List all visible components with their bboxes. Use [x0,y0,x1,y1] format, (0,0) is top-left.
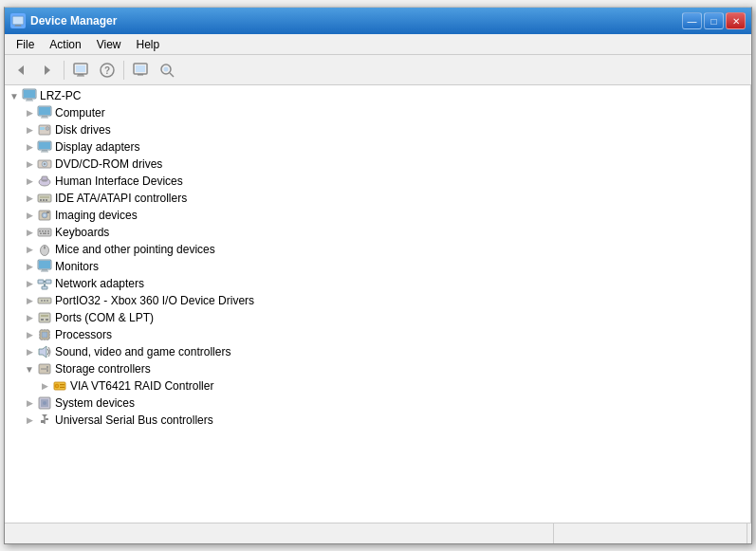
tree-item[interactable]: ▶ Computer [7,104,748,121]
leaf-expand[interactable]: ▶ [22,293,37,308]
tree-item[interactable]: ▶ Mice and other pointing devices [7,241,748,258]
processor-icon [37,327,52,342]
svg-rect-19 [24,90,35,98]
close-button[interactable]: ✕ [726,12,746,29]
tree-item-label: Mice and other pointing devices [55,243,748,256]
leaf-expand[interactable]: ▶ [22,395,37,411]
menu-action[interactable]: Action [42,36,88,53]
svg-marker-104 [42,414,47,417]
svg-rect-23 [39,107,50,115]
tree-item[interactable]: ▶ System devices [7,395,748,412]
leaf-expand[interactable]: ▶ [22,156,37,172]
tree-item-label: Human Interface Devices [55,174,748,188]
leaf-expand[interactable]: ▶ [22,139,37,155]
forward-button[interactable] [35,59,60,82]
svg-point-59 [44,247,46,248]
leaf-expand[interactable]: ▶ [22,191,37,206]
svg-rect-106 [46,418,48,420]
tree-root[interactable]: ▼ LRZ-PC [7,87,748,104]
tree-item[interactable]: ▶ DVD/CD-ROM drives [7,156,748,173]
svg-rect-61 [39,261,50,268]
device-tree[interactable]: ▼ LRZ-PC ▶ Computer ▶ Disk drives ▶ [5,85,751,523]
raid-icon [52,378,67,394]
leaf-expand[interactable]: ▶ [22,105,37,120]
svg-rect-67 [42,286,47,289]
svg-rect-32 [41,152,48,153]
leaf-expand[interactable]: ▶ [22,327,37,342]
tree-item[interactable]: ▶ Ports (COM & LPT) [7,309,748,326]
leaf-expand[interactable]: ▶ [22,344,37,359]
content-area: ▼ LRZ-PC ▶ Computer ▶ Disk drives ▶ [5,85,751,523]
svg-rect-65 [46,280,51,284]
svg-rect-1 [13,17,23,24]
svg-rect-9 [77,75,84,76]
tree-item[interactable]: ▶ Imaging devices [7,207,748,224]
leaf-expand[interactable]: ▶ [22,208,37,223]
leaf-expand[interactable]: ▶ [22,122,37,138]
usb-icon [37,413,52,428]
menu-bar: File Action View Help [5,34,751,55]
help-button[interactable]: ? [95,59,120,82]
maximize-button[interactable]: □ [704,12,724,29]
root-toggle[interactable]: ▼ [7,88,22,103]
tree-item[interactable]: ▶ IDE ATA/ATAPI controllers [7,190,748,207]
tree-item-label: VIA VT6421 RAID Controller [70,379,748,393]
leaf-expand[interactable]: ▶ [37,378,52,394]
port-icon [37,293,52,308]
tree-item[interactable]: ▶ Processors [7,326,748,343]
tree-item[interactable]: ▶ Network adapters [7,275,748,292]
tree-item[interactable]: ▶ Universal Serial Bus controllers [7,412,748,429]
svg-line-16 [170,73,174,77]
leaf-expand[interactable]: ▶ [22,225,37,240]
tree-item[interactable]: ▶ VIA VT6421 RAID Controller [7,377,748,395]
svg-point-71 [44,300,46,302]
status-segment-2 [558,523,747,543]
update-driver-button[interactable] [128,59,153,82]
tree-item-label: System devices [55,396,748,410]
menu-file[interactable]: File [9,36,42,53]
tree-item[interactable]: ▶ Human Interface Devices [7,173,748,190]
monitor-icon [37,259,52,274]
tree-item[interactable]: ▶ Sound, video and game controllers [7,343,748,360]
tree-item[interactable]: ▼ Storage controllers [7,360,748,377]
menu-view[interactable]: View [89,36,129,53]
svg-rect-14 [138,74,143,76]
svg-point-72 [46,300,48,302]
toolbar: ? [5,55,751,85]
svg-point-28 [46,127,49,131]
svg-rect-21 [26,101,33,101]
leaf-expand[interactable]: ▶ [22,259,37,274]
menu-help[interactable]: Help [129,36,168,53]
tree-item-label: Keyboards [55,226,748,239]
svg-rect-64 [38,280,44,284]
svg-rect-99 [60,387,65,388]
svg-marker-4 [18,65,24,75]
minimize-button[interactable]: — [682,12,702,29]
svg-rect-13 [136,65,145,72]
tree-item-label: Universal Serial Bus controllers [55,413,748,427]
leaf-expand[interactable]: ▶ [22,174,37,189]
scan-button[interactable] [155,59,179,82]
back-button[interactable] [9,59,33,82]
tree-item[interactable]: ▶ Disk drives [7,121,748,138]
system-icon [37,395,52,411]
leaf-expand[interactable]: ▶ [22,276,37,291]
tree-item[interactable]: ▶ Monitors [7,258,748,275]
title-buttons: — □ ✕ [682,12,746,29]
tree-item-label: Computer [55,106,748,119]
svg-point-94 [46,370,48,372]
svg-rect-44 [46,199,47,201]
tree-item[interactable]: ▶ Keyboards [7,224,748,241]
svg-rect-8 [78,74,83,76]
properties-button[interactable] [68,59,93,82]
tree-item[interactable]: ▶ PortIO32 - Xbox 360 I/O Device Drivers [7,292,748,309]
leaf-expand[interactable]: ▶ [22,242,37,257]
toolbar-sep-2 [123,61,124,80]
tree-item[interactable]: ▶ Display adapters [7,138,748,156]
hid-icon [37,174,52,189]
tree-item-label: IDE ATA/ATAPI controllers [55,192,748,205]
storage-toggle[interactable]: ▼ [22,361,37,377]
leaf-expand[interactable]: ▶ [22,413,37,428]
leaf-expand[interactable]: ▶ [22,310,37,325]
tree-item-label: Imaging devices [55,209,748,222]
